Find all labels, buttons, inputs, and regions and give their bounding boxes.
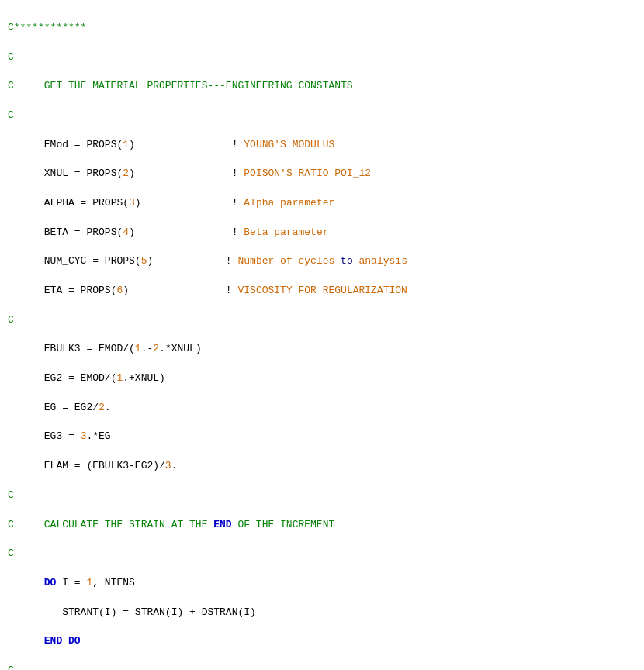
line-c8: C: [8, 665, 14, 670]
line-c6: C CALCULATE THE STRAIN AT THE END OF THE…: [8, 519, 334, 530]
line-numcyc: NUM_CYC = PROPS(5) ! Number of cycles to…: [8, 255, 407, 267]
line-c3: C: [8, 109, 14, 121]
line-star: C************: [8, 22, 86, 33]
line-do1: DO I = 1, NTENS: [8, 577, 135, 589]
code-container: C************ C C GET THE MATERIAL PROPE…: [0, 6, 644, 670]
line-beta: BETA = PROPS(4) ! Beta parameter: [8, 226, 329, 238]
line-elam: ELAM = (EBULK3-EG2)/3.: [8, 460, 177, 471]
line-ebulk3: EBULK3 = EMOD/(1.-2.*XNUL): [8, 343, 202, 354]
line-c4: C: [8, 314, 14, 326]
line-c5: C: [8, 489, 14, 501]
line-c7: C: [8, 547, 14, 559]
line-enddo1: END DO: [8, 635, 81, 647]
line-alpha: ALPHA = PROPS(3) ! Alpha parameter: [8, 197, 334, 209]
line-c2: C GET THE MATERIAL PROPERTIES---ENGINEER…: [8, 80, 353, 92]
line-emod: EMod = PROPS(1) ! YOUNG'S MODULUS: [8, 139, 334, 150]
line-eg3: EG3 = 3.*EG: [8, 430, 111, 442]
line-strant: STRANT(I) = STRAN(I) + DSTRAN(I): [8, 606, 256, 618]
line-eta: ETA = PROPS(6) ! VISCOSITY FOR REGULARIZ…: [8, 285, 407, 296]
line-c1: C: [8, 51, 14, 63]
line-eg: EG = EG2/2.: [8, 402, 111, 413]
line-eg2: EG2 = EMOD/(1.+XNUL): [8, 372, 165, 384]
line-xnul: XNUL = PROPS(2) ! POISON'S RATIO POI_12: [8, 168, 371, 179]
